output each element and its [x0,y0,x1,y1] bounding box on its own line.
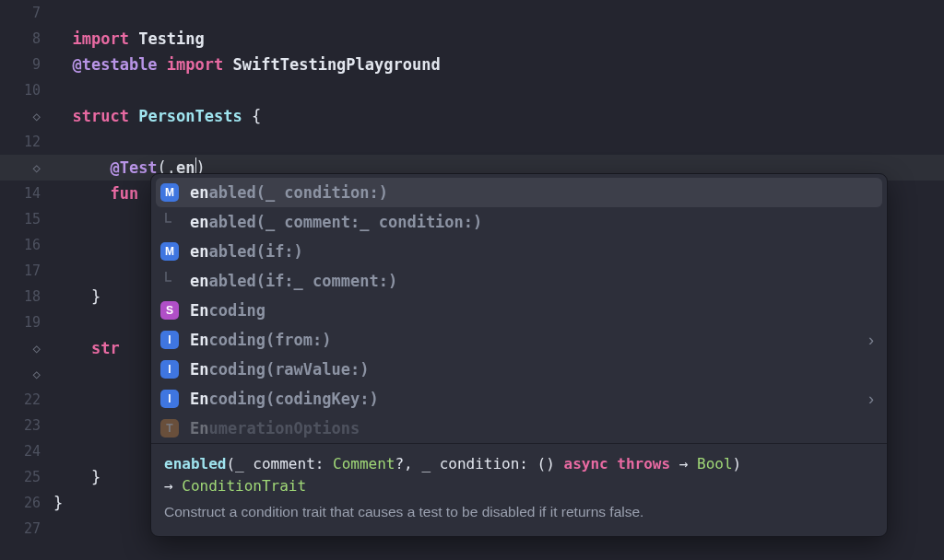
suggestion-item[interactable]: enabled(if:_ comment:) [151,266,887,296]
doc-keyword: async [564,455,608,472]
line-number: 8 [0,26,53,52]
code-line[interactable]: 7 [0,0,944,26]
suggestion-item[interactable]: IEncoding(rawValue:) [151,355,887,384]
suggestion-text: enabled(if:_ comment:) [190,272,874,290]
suggestion-item[interactable]: SEncoding [151,296,887,325]
code-line[interactable]: 8 import Testing [0,26,944,52]
line-number: 17 [0,258,53,284]
gutter-diamond-icon[interactable]: ◇ [0,103,53,129]
doc-keyword: throws [617,455,670,472]
line-number: 12 [0,129,53,155]
suggestion-text: Encoding(from:) [190,331,868,349]
line-number: 19 [0,309,53,335]
brace: } [53,464,100,490]
keyword-fun: fun [110,184,138,203]
symbol-kind-icon: S [160,301,179,320]
identifier: SwiftTestingPlayground [233,55,441,74]
suggestion-item[interactable]: IEncoding(codingKey:)› [151,384,887,414]
line-number: 23 [0,413,53,438]
line-number: 15 [0,206,53,232]
suggestion-item[interactable]: TEnumerationOptions [151,414,887,443]
keyword-struct: struct [72,107,128,125]
symbol-kind-icon: I [160,360,179,379]
symbol-kind-icon: I [160,390,179,408]
doc-type: Comment [333,455,395,472]
suggestions-list[interactable]: Menabled(_ condition:)enabled(_ comment:… [151,174,887,443]
gutter-diamond-icon[interactable]: ◇ [0,361,53,387]
attribute: @testable [72,55,157,74]
suggestion-item[interactable]: Menabled(if:) [151,237,887,266]
keyword-import: import [167,55,223,74]
symbol-kind-icon: T [160,419,179,438]
line-number: 14 [0,181,53,206]
chevron-right-icon: › [868,331,874,350]
tree-branch-icon [160,213,179,231]
line-number: 27 [0,516,53,542]
identifier: Testing [138,29,205,48]
keyword-str: str [53,339,120,357]
suggestion-text: enabled(if:) [190,242,874,261]
suggestion-text: Encoding [190,301,874,320]
line-number: 22 [0,387,53,413]
attribute: @Test [110,158,157,177]
code-line[interactable]: 10 [0,77,944,103]
suggestion-item[interactable]: IEncoding(from:)› [151,325,887,355]
code-line[interactable]: 12 [0,129,944,155]
code-editor[interactable]: 7 8 import Testing 9 @testable import Sw… [0,0,944,560]
suggestion-item[interactable]: enabled(_ comment:_ condition:) [151,207,887,237]
brace: } [53,490,63,516]
line-number: 7 [0,0,53,26]
doc-description: Construct a condition trait that causes … [164,501,874,523]
gutter-diamond-icon[interactable]: ◇ [0,335,53,361]
suggestion-text: enabled(_ condition:) [190,183,874,202]
line-number: 26 [0,490,53,516]
brace: { [242,107,261,125]
doc-type: Bool [697,455,733,472]
code-line[interactable]: 9 @testable import SwiftTestingPlaygroun… [0,52,944,77]
suggestion-text: EnumerationOptions [190,419,874,438]
line-number: 16 [0,232,53,258]
type-name: PersonTests [138,107,242,125]
line-number: 18 [0,284,53,309]
autocomplete-popup[interactable]: Menabled(_ condition:)enabled(_ comment:… [150,173,888,537]
line-number: 9 [0,52,53,77]
doc-return-type: ConditionTrait [182,477,306,495]
suggestion-item[interactable]: Menabled(_ condition:) [156,178,882,207]
suggestion-text: enabled(_ comment:_ condition:) [190,213,874,231]
chevron-right-icon: › [868,390,874,409]
doc-panel: enabled(_ comment: Comment?, _ condition… [151,443,887,536]
line-number: 25 [0,464,53,490]
code-line[interactable]: ◇ struct PersonTests { [0,103,944,129]
doc-function-name: enabled [164,455,226,472]
gutter-diamond-icon[interactable]: ◇ [0,155,53,181]
brace: } [53,284,100,309]
symbol-kind-icon: M [160,183,179,202]
suggestion-text: Encoding(codingKey:) [190,390,868,408]
suggestion-text: Encoding(rawValue:) [190,360,874,379]
symbol-kind-icon: M [160,242,179,261]
line-number: 24 [0,438,53,464]
tree-branch-icon [160,272,179,290]
symbol-kind-icon: I [160,331,179,349]
line-number: 10 [0,77,53,103]
keyword-import: import [72,29,128,48]
